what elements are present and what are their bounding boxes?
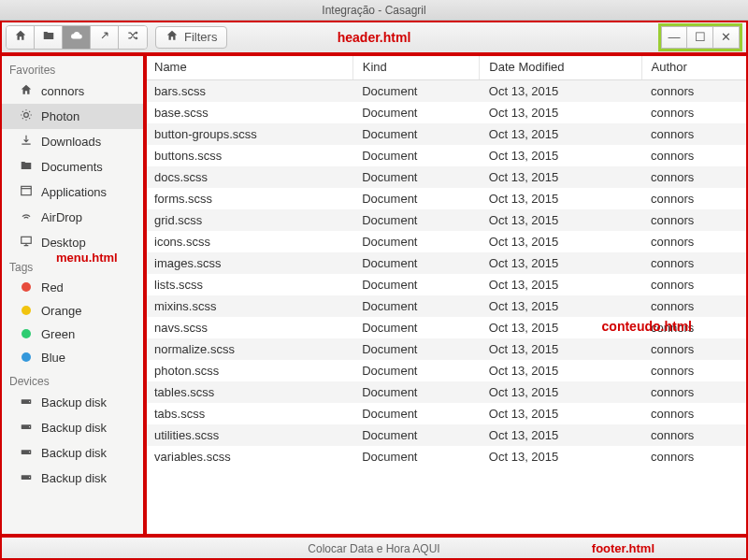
cell-date: Oct 13, 2015 bbox=[480, 403, 641, 424]
column-author[interactable]: Author bbox=[641, 54, 747, 80]
popout-button[interactable] bbox=[91, 26, 119, 49]
sidebar: menu.html FavoritesconnorsPhotonDownload… bbox=[0, 54, 145, 536]
sidebar-item-label: Green bbox=[41, 327, 75, 341]
home-icon bbox=[14, 29, 27, 45]
cell-date: Oct 13, 2015 bbox=[480, 424, 641, 446]
cell-date: Oct 13, 2015 bbox=[480, 166, 641, 188]
cell-author: connors bbox=[641, 360, 747, 381]
table-row[interactable]: normalize.scssDocumentOct 13, 2015connor… bbox=[145, 338, 748, 360]
sidebar-item-applications[interactable]: Applications bbox=[0, 179, 144, 205]
sidebar-item-label: connors bbox=[41, 84, 84, 98]
shuffle-button[interactable] bbox=[119, 26, 147, 49]
table-row[interactable]: bars.scssDocumentOct 13, 2015connors bbox=[145, 80, 748, 103]
cell-date: Oct 13, 2015 bbox=[480, 209, 641, 231]
sidebar-item-connors[interactable]: connors bbox=[0, 79, 144, 104]
table-row[interactable]: variables.scssDocumentOct 13, 2015connor… bbox=[145, 446, 748, 467]
sidebar-item-photon[interactable]: Photon bbox=[0, 104, 144, 129]
sidebar-item-documents[interactable]: Documents bbox=[0, 154, 144, 179]
cell-kind: Document bbox=[352, 80, 480, 103]
sidebar-item-label: Backup disk bbox=[41, 471, 107, 485]
cell-name: normalize.scss bbox=[145, 338, 352, 360]
cell-name: buttons.scss bbox=[145, 145, 352, 166]
drive-icon bbox=[19, 395, 34, 410]
table-row[interactable]: docs.scssDocumentOct 13, 2015connors bbox=[145, 166, 748, 188]
sidebar-item-airdrop[interactable]: AirDrop bbox=[0, 205, 144, 230]
home-icon bbox=[19, 83, 34, 99]
cell-kind: Document bbox=[352, 446, 480, 467]
sidebar-item-label: Photon bbox=[41, 109, 79, 123]
svg-rect-1 bbox=[22, 186, 32, 194]
sidebar-item-backup-disk[interactable]: Backup disk bbox=[0, 440, 144, 466]
filters-button[interactable]: Filters bbox=[155, 26, 227, 49]
sidebar-item-backup-disk[interactable]: Backup disk bbox=[0, 415, 144, 440]
cell-author: connors bbox=[641, 102, 747, 123]
cell-date: Oct 13, 2015 bbox=[480, 102, 641, 123]
cell-author: connors bbox=[641, 188, 747, 209]
folder-icon bbox=[19, 159, 34, 175]
minimize-icon: ― bbox=[669, 30, 681, 44]
table-row[interactable]: images.scssDocumentOct 13, 2015connors bbox=[145, 252, 748, 274]
column-name[interactable]: Name bbox=[145, 54, 352, 80]
table-row[interactable]: icons.scssDocumentOct 13, 2015connors bbox=[145, 231, 748, 252]
table-row[interactable]: lists.scssDocumentOct 13, 2015connors bbox=[145, 274, 748, 295]
file-table: NameKindDate ModifiedAuthor bars.scssDoc… bbox=[145, 54, 748, 467]
folder-button[interactable] bbox=[35, 26, 63, 49]
column-kind[interactable]: Kind bbox=[352, 54, 480, 80]
home-button[interactable] bbox=[7, 26, 35, 49]
title-bar: Integração - Casagril bbox=[0, 0, 748, 21]
svg-rect-2 bbox=[22, 237, 32, 243]
cell-author: connors bbox=[641, 424, 747, 446]
toolbar-group-nav bbox=[6, 25, 148, 50]
table-row[interactable]: button-groups.scssDocumentOct 13, 2015co… bbox=[145, 123, 748, 145]
orange-dot-icon bbox=[19, 304, 34, 318]
cell-kind: Document bbox=[352, 295, 480, 317]
table-row[interactable]: utilities.scssDocumentOct 13, 2015connor… bbox=[145, 424, 748, 446]
cell-kind: Document bbox=[352, 338, 480, 360]
cell-date: Oct 13, 2015 bbox=[480, 446, 641, 467]
cell-kind: Document bbox=[352, 123, 480, 145]
table-row[interactable]: tabs.scssDocumentOct 13, 2015connors bbox=[145, 403, 748, 424]
cell-author: connors bbox=[641, 338, 747, 360]
cell-author: connors bbox=[641, 295, 747, 317]
svg-point-10 bbox=[29, 477, 30, 478]
cell-name: tabs.scss bbox=[145, 403, 352, 424]
cell-date: Oct 13, 2015 bbox=[480, 188, 641, 209]
cell-author: connors bbox=[641, 80, 747, 103]
close-button[interactable]: ✕ bbox=[713, 26, 740, 49]
sidebar-section-title: Favorites bbox=[0, 58, 144, 79]
red-dot-icon bbox=[19, 280, 34, 294]
sidebar-item-backup-disk[interactable]: Backup disk bbox=[0, 466, 144, 491]
table-row[interactable]: base.scssDocumentOct 13, 2015connors bbox=[145, 102, 748, 123]
svg-point-0 bbox=[24, 113, 29, 118]
minimize-button[interactable]: ― bbox=[661, 26, 687, 49]
sidebar-item-red[interactable]: Red bbox=[0, 276, 144, 299]
sidebar-section-title: Devices bbox=[0, 369, 144, 390]
maximize-button[interactable]: ☐ bbox=[687, 26, 713, 49]
cell-author: connors bbox=[641, 166, 747, 188]
sidebar-item-backup-disk[interactable]: Backup disk bbox=[0, 390, 144, 415]
cell-kind: Document bbox=[352, 102, 480, 123]
window-icon bbox=[19, 184, 34, 200]
sidebar-item-blue[interactable]: Blue bbox=[0, 346, 144, 369]
table-row[interactable]: buttons.scssDocumentOct 13, 2015connors bbox=[145, 145, 748, 166]
cloud-button[interactable] bbox=[63, 26, 91, 49]
cell-kind: Document bbox=[352, 231, 480, 252]
table-row[interactable]: grid.scssDocumentOct 13, 2015connors bbox=[145, 209, 748, 231]
content-pane: NameKindDate ModifiedAuthor bars.scssDoc… bbox=[145, 54, 748, 536]
table-row[interactable]: forms.scssDocumentOct 13, 2015connors bbox=[145, 188, 748, 209]
close-icon: ✕ bbox=[721, 30, 731, 44]
sidebar-item-label: Backup disk bbox=[41, 446, 107, 460]
sidebar-item-green[interactable]: Green bbox=[0, 323, 144, 346]
cell-date: Oct 13, 2015 bbox=[480, 252, 641, 274]
table-row[interactable]: photon.scssDocumentOct 13, 2015connors bbox=[145, 360, 748, 381]
cell-kind: Document bbox=[352, 252, 480, 274]
column-date-modified[interactable]: Date Modified bbox=[480, 54, 641, 80]
table-row[interactable]: tables.scssDocumentOct 13, 2015connors bbox=[145, 381, 748, 403]
monitor-icon bbox=[19, 235, 34, 251]
sidebar-item-orange[interactable]: Orange bbox=[0, 299, 144, 323]
table-row[interactable]: mixins.scssDocumentOct 13, 2015connors bbox=[145, 295, 748, 317]
cell-name: photon.scss bbox=[145, 360, 352, 381]
sidebar-item-downloads[interactable]: Downloads bbox=[0, 129, 144, 154]
svg-point-8 bbox=[29, 452, 30, 452]
popout-icon bbox=[98, 29, 111, 45]
